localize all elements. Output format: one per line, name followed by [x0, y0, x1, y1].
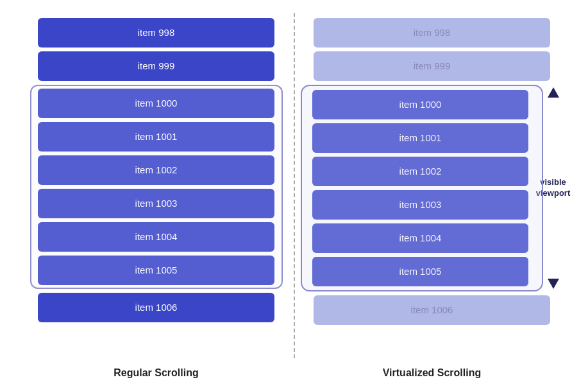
right-item-1001: item 1001 — [312, 123, 528, 153]
svg-marker-0 — [548, 87, 559, 98]
svg-marker-1 — [548, 279, 559, 289]
diagram: item 998 item 999 item 1000 item 1001 it… — [19, 13, 570, 379]
label-virtualized: Virtualized Scrolling — [294, 367, 570, 379]
left-viewport-region: item 1000 item 1001 item 1002 item 1003 … — [25, 85, 288, 289]
left-item-1006: item 1006 — [38, 293, 274, 322]
right-item-1000: item 1000 — [312, 90, 528, 119]
left-item-999: item 999 — [38, 51, 274, 81]
arrow-up-icon — [548, 87, 559, 98]
right-item-1005: item 1005 — [312, 257, 528, 286]
left-item-1001: item 1001 — [38, 122, 274, 152]
right-item-1003: item 1003 — [312, 190, 528, 220]
right-viewport-region: item 1000 item 1001 item 1002 item 1003 … — [301, 85, 564, 291]
viewport-label: visibleviewport — [536, 177, 570, 199]
right-item-998: item 998 — [314, 18, 550, 48]
right-item-1002: item 1002 — [312, 157, 528, 186]
left-item-998: item 998 — [38, 18, 274, 48]
labels-row: Regular Scrolling Virtualized Scrolling — [19, 367, 570, 379]
right-item-1006: item 1006 — [314, 295, 550, 325]
left-item-1002: item 1002 — [38, 155, 274, 185]
right-item-999: item 999 — [314, 51, 550, 81]
viewport-arrow-container: visibleviewport — [543, 85, 564, 291]
label-regular: Regular Scrolling — [19, 367, 294, 379]
column-divider — [294, 13, 295, 358]
right-item-1004: item 1004 — [312, 223, 528, 253]
columns-wrapper: item 998 item 999 item 1000 item 1001 it… — [19, 13, 570, 358]
arrow-down-icon — [548, 279, 559, 289]
col-regular: item 998 item 999 item 1000 item 1001 it… — [19, 13, 294, 358]
left-item-1003: item 1003 — [38, 189, 274, 218]
left-item-1005: item 1005 — [38, 256, 274, 285]
left-item-1000: item 1000 — [38, 89, 274, 118]
left-item-1004: item 1004 — [38, 222, 274, 252]
col-virtualized: item 998 item 999 item 1000 item 1001 — [294, 13, 570, 358]
